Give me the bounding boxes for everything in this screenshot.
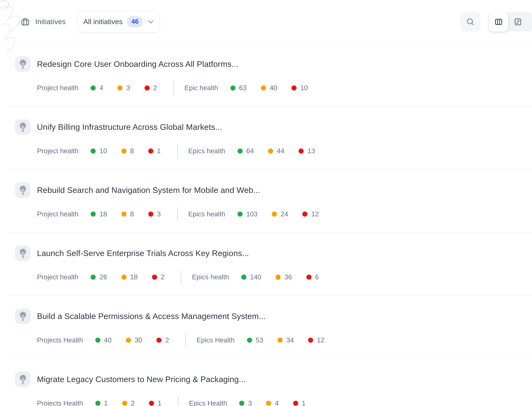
initiative-row[interactable]: Rebuild Search and Navigation System for… bbox=[8, 169, 532, 232]
lightbulb-icon bbox=[15, 371, 30, 387]
briefcase-icon bbox=[21, 17, 30, 26]
epic-health-label: Epics health bbox=[188, 147, 225, 155]
lightbulb-icon bbox=[15, 182, 30, 198]
columns-icon bbox=[494, 17, 503, 26]
columns-view-button[interactable] bbox=[489, 12, 508, 31]
initiative-title[interactable]: Build a Scalable Permissions & Access Ma… bbox=[37, 309, 339, 324]
health-divider bbox=[181, 270, 181, 284]
initiative-row[interactable]: Launch Self-Serve Enterprise Trials Acro… bbox=[8, 232, 532, 296]
initiative-row[interactable]: Unify Billing Infrastructure Across Glob… bbox=[8, 107, 532, 170]
red-dot-icon bbox=[306, 274, 311, 279]
project-health-on-track: 40 bbox=[95, 336, 112, 344]
project-health-label: Project health bbox=[37, 147, 79, 155]
green-dot-icon bbox=[237, 148, 242, 153]
epic-health-on-track: 63 bbox=[230, 84, 247, 92]
page-title: Initiatives bbox=[35, 18, 66, 26]
project-health-label: Project health bbox=[37, 84, 79, 92]
project-health-label: Projects Health bbox=[37, 336, 83, 344]
epic-health-on-track: 53 bbox=[247, 336, 263, 344]
epic-health-at-risk: 34 bbox=[277, 336, 294, 344]
green-dot-icon bbox=[91, 211, 96, 216]
epic-health-on-track: 64 bbox=[237, 147, 254, 155]
orange-dot-icon bbox=[275, 274, 281, 279]
lightbulb-icon bbox=[15, 56, 30, 72]
red-dot-icon bbox=[144, 85, 149, 90]
health-summary: Project health 10 8 1 Epics health 64 44… bbox=[37, 144, 329, 158]
initiative-title[interactable]: Launch Self-Serve Enterprise Trials Acro… bbox=[37, 246, 333, 261]
initiative-count-badge: 46 bbox=[127, 16, 143, 28]
search-button[interactable] bbox=[460, 12, 480, 31]
epic-health-off-track: 13 bbox=[299, 147, 315, 155]
project-health-at-risk: 2 bbox=[122, 399, 135, 406]
initiative-row[interactable]: Redesign Core User Onboarding Across All… bbox=[8, 44, 532, 107]
health-divider bbox=[178, 396, 178, 406]
project-health-on-track: 10 bbox=[91, 147, 107, 155]
initiative-row[interactable]: Build a Scalable Permissions & Access Ma… bbox=[8, 296, 532, 359]
epic-health-at-risk: 36 bbox=[275, 273, 292, 281]
red-dot-icon bbox=[299, 148, 304, 153]
project-health-on-track: 4 bbox=[91, 84, 103, 92]
health-summary: Project health 4 3 2 Epic health 63 40 1… bbox=[37, 81, 322, 95]
orange-dot-icon bbox=[261, 85, 266, 90]
initiative-title[interactable]: Unify Billing Infrastructure Across Glob… bbox=[37, 119, 329, 135]
epic-health-label: Epics health bbox=[192, 273, 229, 281]
epic-health-off-track: 1 bbox=[293, 399, 306, 406]
orange-dot-icon bbox=[126, 338, 131, 342]
health-divider bbox=[177, 207, 178, 221]
orange-dot-icon bbox=[266, 400, 271, 406]
search-icon bbox=[466, 17, 475, 26]
epic-health-on-track: 3 bbox=[239, 399, 252, 406]
project-health-at-risk: 8 bbox=[121, 147, 134, 155]
health-summary: Projects Health 40 30 2 Epics Health 53 … bbox=[37, 333, 339, 347]
project-health-off-track: 2 bbox=[144, 84, 157, 92]
green-dot-icon bbox=[239, 400, 244, 406]
project-health-at-risk: 30 bbox=[126, 336, 142, 344]
filter-label: All initiatives bbox=[83, 18, 123, 26]
orange-dot-icon bbox=[268, 148, 273, 153]
project-health-off-track: 1 bbox=[148, 147, 161, 155]
initiatives-list: Redesign Core User Onboarding Across All… bbox=[8, 44, 532, 406]
orange-dot-icon bbox=[118, 85, 123, 90]
green-dot-icon bbox=[95, 338, 100, 342]
page-title-group: Initiatives bbox=[21, 17, 66, 26]
health-divider bbox=[177, 144, 178, 158]
red-dot-icon bbox=[156, 338, 162, 342]
project-health-off-track: 3 bbox=[148, 210, 161, 218]
red-dot-icon bbox=[303, 211, 308, 216]
header: Initiatives All initiatives 46 bbox=[0, 0, 532, 44]
project-health-off-track: 2 bbox=[156, 336, 169, 344]
project-health-on-track: 26 bbox=[91, 273, 107, 281]
project-health-at-risk: 8 bbox=[121, 210, 134, 218]
project-health-label: Project health bbox=[37, 210, 79, 218]
project-health-on-track: 18 bbox=[91, 210, 107, 218]
red-dot-icon bbox=[293, 400, 298, 406]
green-dot-icon bbox=[91, 274, 96, 279]
initiative-row[interactable]: Migrate Legacy Customers to New Pricing … bbox=[8, 359, 532, 406]
green-dot-icon bbox=[247, 338, 252, 342]
project-health-off-track: 2 bbox=[152, 273, 165, 281]
epic-health-on-track: 103 bbox=[237, 210, 258, 218]
chevron-down-icon bbox=[148, 20, 154, 23]
orange-dot-icon bbox=[121, 211, 126, 216]
red-dot-icon bbox=[148, 211, 153, 216]
green-dot-icon bbox=[230, 85, 235, 90]
lightbulb-icon bbox=[15, 119, 30, 135]
epic-health-label: Epics health bbox=[188, 210, 225, 218]
gantt-view-button[interactable] bbox=[508, 12, 528, 31]
epic-health-label: Epics Health bbox=[189, 399, 227, 406]
initiative-title[interactable]: Redesign Core User Onboarding Across All… bbox=[37, 56, 322, 72]
orange-dot-icon bbox=[277, 338, 282, 342]
green-dot-icon bbox=[237, 211, 242, 216]
red-dot-icon bbox=[149, 400, 154, 406]
red-dot-icon bbox=[152, 274, 157, 279]
header-divider bbox=[8, 43, 532, 44]
red-dot-icon bbox=[292, 85, 296, 90]
initiative-title[interactable]: Migrate Legacy Customers to New Pricing … bbox=[37, 371, 320, 387]
health-divider bbox=[185, 333, 186, 347]
health-divider bbox=[173, 81, 174, 95]
initiatives-filter-dropdown[interactable]: All initiatives 46 bbox=[77, 11, 160, 32]
initiative-title[interactable]: Rebuild Search and Navigation System for… bbox=[37, 182, 333, 198]
epic-health-label: Epic health bbox=[185, 84, 218, 92]
epic-health-at-risk: 40 bbox=[261, 84, 277, 92]
view-toggle bbox=[489, 12, 532, 31]
